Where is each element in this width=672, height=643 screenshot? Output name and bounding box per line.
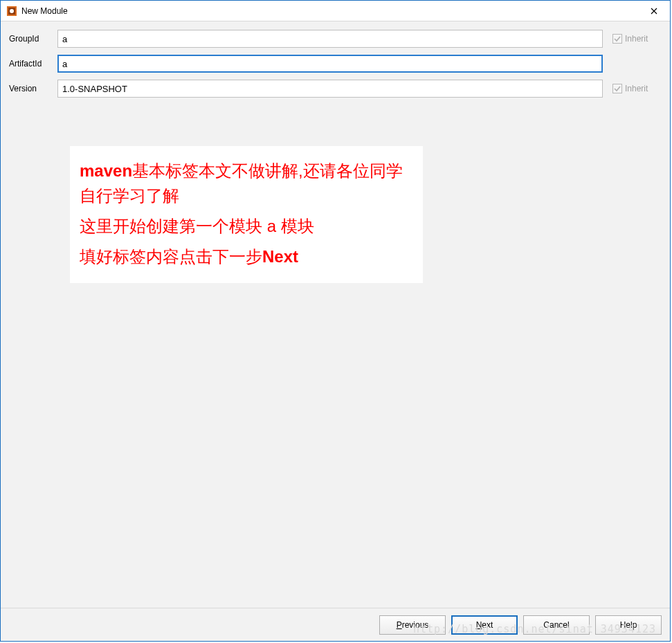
check-icon [614,35,621,42]
groupid-inherit-label: Inherit [625,34,648,44]
annotation-line-2: 这里开始创建第一个模块 a 模块 [80,214,413,239]
version-label: Version [9,84,57,93]
artifactid-label: ArtifactId [9,59,57,69]
previous-button[interactable]: Previous [379,615,446,635]
close-button[interactable] [638,1,670,21]
annotation-overlay: maven基本标签本文不做讲解,还请各位同学自行学习了解 这里开始创建第一个模块… [70,146,423,283]
new-module-dialog: New Module GroupId Inherit ArtifactId Ve… [0,0,671,642]
annotation-bold-1: maven [80,161,132,180]
groupid-label: GroupId [9,34,57,44]
svg-point-2 [10,9,14,13]
annotation-line-3: 填好标签内容点击下一步Next [80,244,413,269]
artifactid-input[interactable] [57,55,603,73]
groupid-input[interactable] [57,30,603,48]
titlebar: New Module [1,1,670,21]
button-bar: Previous Next Cancel Help http://blog.cs… [1,608,670,641]
groupid-inherit: Inherit [603,34,662,44]
next-button[interactable]: Next [451,615,518,635]
version-row: Version Inherit [9,80,662,98]
version-input[interactable] [57,80,603,98]
annotation-line-1: maven基本标签本文不做讲解,还请各位同学自行学习了解 [80,159,413,208]
version-inherit-checkbox [612,84,622,93]
version-inherit: Inherit [603,84,662,93]
groupid-inherit-checkbox [612,34,622,44]
annotation-bold-3: Next [262,247,298,266]
groupid-row: GroupId Inherit [9,30,662,48]
help-button[interactable]: Help [595,615,662,635]
artifactid-row: ArtifactId [9,55,662,73]
annotation-text-3: 填好标签内容点击下一步 [80,247,262,266]
window-title: New Module [21,6,638,16]
close-icon [651,8,657,15]
cancel-button[interactable]: Cancel [523,615,590,635]
app-icon [6,6,17,17]
content-area: GroupId Inherit ArtifactId Version Inher… [1,21,670,608]
version-inherit-label: Inherit [625,84,648,93]
check-icon [614,85,621,92]
